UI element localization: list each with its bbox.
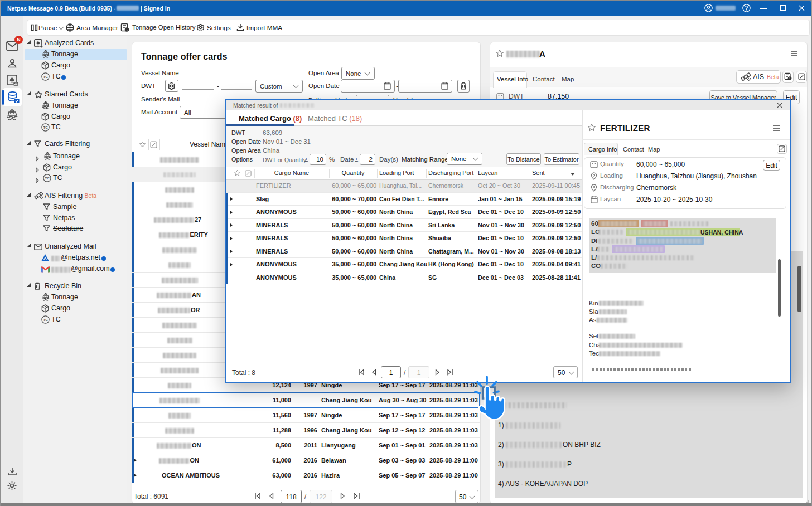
svg-text:TC: TC bbox=[43, 318, 48, 322]
svg-text:TC: TC bbox=[45, 176, 50, 180]
svg-text:TC: TC bbox=[43, 75, 48, 79]
svg-text:TC: TC bbox=[43, 125, 48, 129]
